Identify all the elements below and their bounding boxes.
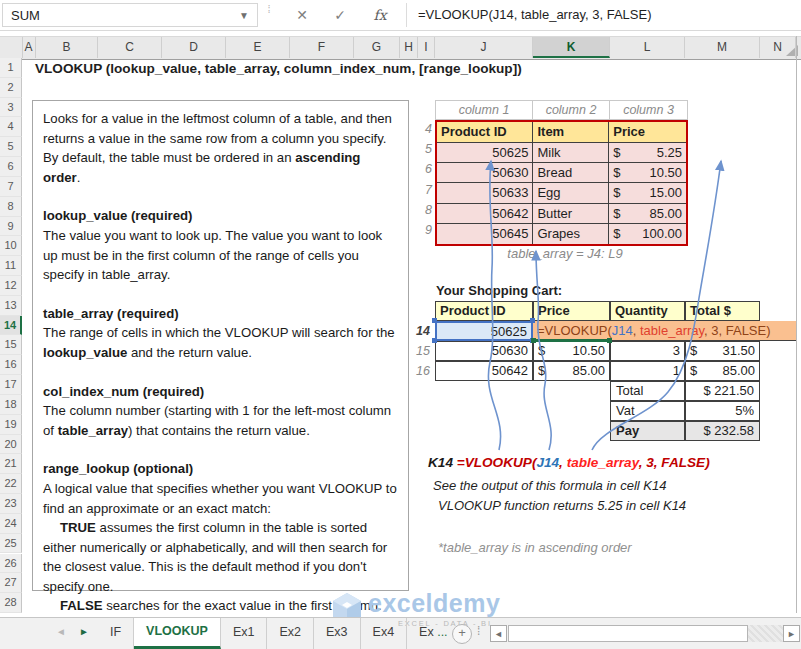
row-header-18[interactable]: 18 bbox=[0, 395, 22, 415]
selection-handle[interactable] bbox=[432, 338, 437, 343]
insert-function-icon[interactable]: fx bbox=[366, 3, 394, 27]
formula-input[interactable]: =VLOOKUP(J14, table_array, 3, FALSE) bbox=[418, 3, 652, 27]
column-header-E[interactable]: E bbox=[226, 37, 290, 58]
lookup-cell[interactable]: Grapes bbox=[533, 224, 609, 244]
sheet-tab-ex3[interactable]: Ex3 bbox=[314, 618, 361, 649]
lookup-header-cell[interactable]: Product ID bbox=[437, 122, 533, 143]
lookup-cell[interactable]: Egg bbox=[533, 183, 609, 203]
row-header-17[interactable]: 17 bbox=[0, 375, 22, 395]
cart-cell[interactable]: $31.50 bbox=[685, 341, 760, 361]
column-header-M[interactable]: M bbox=[685, 37, 760, 58]
cart-header-cell[interactable]: Total $ bbox=[685, 301, 760, 321]
lookup-cell[interactable]: Butter bbox=[533, 204, 609, 224]
lookup-cell[interactable]: 50625 bbox=[437, 143, 533, 163]
row-header-23[interactable]: 23 bbox=[0, 494, 22, 514]
lookup-cell[interactable]: 50642 bbox=[437, 204, 533, 224]
hscroll-right-icon[interactable]: ► bbox=[783, 625, 800, 642]
cell-J14-selected[interactable]: 50625 bbox=[435, 321, 533, 341]
row-header-4[interactable]: 4 bbox=[0, 117, 22, 137]
column-header-G[interactable]: G bbox=[354, 37, 400, 58]
cart-cell[interactable]: $85.00 bbox=[533, 361, 610, 381]
lookup-header-cell[interactable]: Price bbox=[609, 122, 686, 143]
column-header-H[interactable]: H bbox=[400, 37, 418, 58]
row-header-9[interactable]: 9 bbox=[0, 217, 22, 237]
sheet-tab-vlookup[interactable]: VLOOKUP bbox=[134, 618, 221, 649]
cart-cell[interactable]: 3 bbox=[610, 341, 685, 361]
row-header-11[interactable]: 11 bbox=[0, 256, 22, 276]
cancel-icon[interactable]: ✕ bbox=[288, 3, 316, 27]
row-header-8[interactable]: 8 bbox=[0, 197, 22, 217]
row-header-15[interactable]: 15 bbox=[0, 335, 22, 355]
row-header-21[interactable]: 21 bbox=[0, 454, 22, 474]
name-box-dropdown-icon[interactable]: ▼ bbox=[239, 4, 249, 28]
cart-cell[interactable]: $85.00 bbox=[685, 361, 760, 381]
row-header-16[interactable]: 16 bbox=[0, 355, 22, 375]
row-header-5[interactable]: 5 bbox=[0, 137, 22, 157]
tab-nav-next-icon[interactable]: ► bbox=[79, 626, 89, 637]
hscroll-left-icon[interactable]: ◄ bbox=[490, 625, 507, 642]
sheet-tab-ex1[interactable]: Ex1 bbox=[221, 618, 268, 649]
lookup-cell[interactable]: $10.50 bbox=[609, 163, 686, 183]
row-header-10[interactable]: 10 bbox=[0, 236, 22, 256]
name-box[interactable]: SUM ▼ bbox=[2, 3, 258, 27]
formula-bar-splitter[interactable]: ⁞ bbox=[264, 4, 274, 26]
row-header-24[interactable]: 24 bbox=[0, 514, 22, 534]
column-header-D[interactable]: D bbox=[162, 37, 226, 58]
row-header-12[interactable]: 12 bbox=[0, 276, 22, 296]
totals-cell[interactable]: $ 221.50 bbox=[685, 381, 760, 401]
column-header-C[interactable]: C bbox=[98, 37, 162, 58]
lookup-cell[interactable]: Bread bbox=[533, 163, 609, 183]
lookup-cell[interactable]: $15.00 bbox=[609, 183, 686, 203]
row-header-28[interactable]: 28 bbox=[0, 593, 22, 613]
totals-cell[interactable]: Vat bbox=[610, 401, 685, 421]
cart-cell[interactable]: 50630 bbox=[435, 341, 533, 361]
selection-handle[interactable] bbox=[432, 318, 437, 323]
column-header-L[interactable]: L bbox=[610, 37, 685, 58]
cart-header-cell[interactable]: Price bbox=[533, 301, 610, 321]
lookup-cell[interactable]: 50645 bbox=[437, 224, 533, 244]
row-header-22[interactable]: 22 bbox=[0, 474, 22, 494]
column-header-B[interactable]: B bbox=[36, 37, 98, 58]
row-header-3[interactable]: 3 bbox=[0, 98, 22, 118]
lookup-table[interactable]: Product IDItemPrice50625Milk$5.2550630Br… bbox=[435, 120, 688, 246]
row-header-7[interactable]: 7 bbox=[0, 177, 22, 197]
lookup-cell[interactable]: $5.25 bbox=[609, 143, 686, 163]
row-header-13[interactable]: 13 bbox=[0, 296, 22, 316]
lookup-cell[interactable]: Milk bbox=[533, 143, 609, 163]
description-box[interactable]: Looks for a value in the leftmost column… bbox=[32, 100, 409, 591]
cell-K14-formula[interactable]: =VLOOKUP(J14, table_array, 3, FALSE) bbox=[533, 321, 796, 341]
column-header-J[interactable]: J bbox=[435, 37, 533, 58]
cart-header-cell[interactable]: Product ID bbox=[435, 301, 533, 321]
sheet-tab-if[interactable]: IF bbox=[98, 618, 134, 649]
cart-cell[interactable]: 1 bbox=[610, 361, 685, 381]
lookup-header-cell[interactable]: Item bbox=[533, 122, 609, 143]
lookup-cell[interactable]: $100.00 bbox=[609, 224, 686, 244]
totals-cell[interactable]: 5% bbox=[685, 401, 760, 421]
enter-icon[interactable]: ✓ bbox=[326, 3, 354, 27]
column-header-F[interactable]: F bbox=[290, 37, 354, 58]
column-header-I[interactable]: I bbox=[418, 37, 435, 58]
select-all-corner[interactable] bbox=[0, 37, 23, 58]
row-header-2[interactable]: 2 bbox=[0, 78, 22, 98]
row-header-20[interactable]: 20 bbox=[0, 435, 22, 455]
cart-header-cell[interactable]: Quantity bbox=[610, 301, 685, 321]
tabbar-splitter-icon[interactable]: ⁞ bbox=[477, 624, 480, 638]
sheet-tab-ex2[interactable]: Ex2 bbox=[267, 618, 314, 649]
lookup-cell[interactable]: 50630 bbox=[437, 163, 533, 183]
lookup-cell[interactable]: 50633 bbox=[437, 183, 533, 203]
selection-handle[interactable] bbox=[530, 318, 535, 323]
cart-cell[interactable]: 50642 bbox=[435, 361, 533, 381]
column-header-N[interactable]: N bbox=[760, 37, 796, 58]
column-header-K[interactable]: K bbox=[533, 37, 610, 58]
lookup-cell[interactable]: $85.00 bbox=[609, 204, 686, 224]
sheet-tab-ex4[interactable]: Ex4 bbox=[361, 618, 408, 649]
totals-cell[interactable]: Total bbox=[610, 381, 685, 401]
row-header-1[interactable]: 1 bbox=[0, 58, 22, 78]
column-header-A[interactable]: A bbox=[22, 37, 36, 58]
row-header-6[interactable]: 6 bbox=[0, 157, 22, 177]
row-header-19[interactable]: 19 bbox=[0, 415, 22, 435]
totals-cell[interactable]: $ 232.58 bbox=[685, 421, 760, 441]
hscroll-thumb[interactable] bbox=[508, 625, 748, 642]
hscroll-track[interactable] bbox=[748, 625, 783, 642]
row-header-26[interactable]: 26 bbox=[0, 554, 22, 574]
